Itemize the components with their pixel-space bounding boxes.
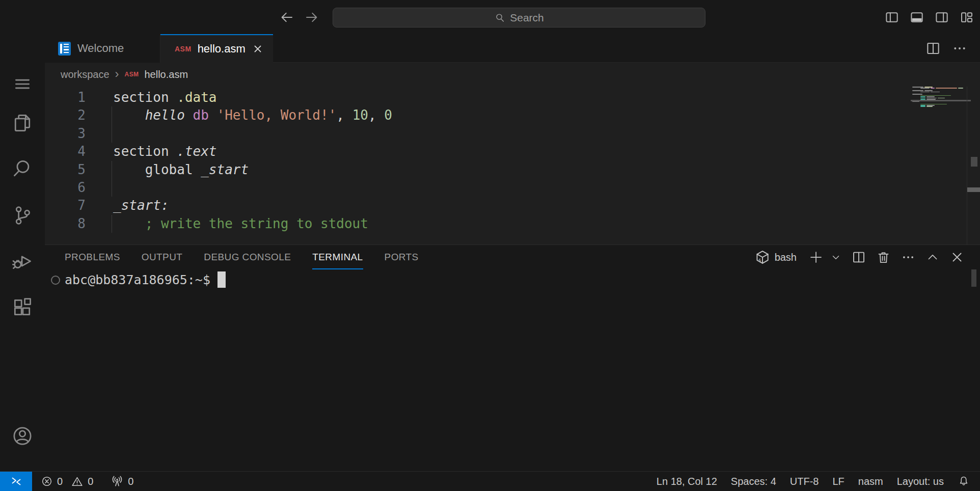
menu-icon[interactable] bbox=[11, 73, 34, 95]
indent-guide bbox=[112, 106, 112, 124]
keyboard-layout[interactable]: Layout: us bbox=[897, 476, 944, 487]
overview-ruler-cursor-marker bbox=[967, 187, 980, 192]
tab-label: Welcome bbox=[77, 42, 124, 55]
tab-debug-console[interactable]: DEBUG CONSOLE bbox=[204, 245, 291, 269]
terminal-prompt: abc@bb837a186965:~$ bbox=[65, 271, 210, 289]
indentation[interactable]: Spaces: 4 bbox=[731, 476, 776, 487]
tab-label: hello.asm bbox=[198, 42, 246, 56]
search-view-icon[interactable] bbox=[11, 157, 34, 180]
breadcrumb: workspace › ASM hello.asm bbox=[45, 63, 980, 86]
explorer-icon[interactable] bbox=[11, 112, 34, 134]
launch-profile-chevron-icon[interactable] bbox=[830, 252, 841, 263]
tab-problems[interactable]: PROBLEMS bbox=[65, 245, 120, 269]
command-center-search[interactable]: Search bbox=[333, 8, 705, 28]
source-control-icon[interactable] bbox=[11, 204, 34, 227]
panel-more-actions-icon[interactable] bbox=[901, 250, 916, 265]
tab-hello-asm[interactable]: ASM hello.asm bbox=[160, 34, 273, 63]
indent-guide bbox=[112, 215, 112, 233]
line-number: 5 bbox=[45, 161, 86, 179]
terminal-cursor bbox=[217, 271, 226, 288]
line-number: 4 bbox=[45, 143, 86, 160]
bottom-panel: PROBLEMS OUTPUT DEBUG CONSOLE TERMINAL P… bbox=[45, 244, 980, 471]
close-tab-icon[interactable] bbox=[252, 43, 264, 55]
terminal-shell-label: bash bbox=[775, 252, 797, 263]
more-actions-icon[interactable] bbox=[951, 40, 968, 57]
asm-file-icon: ASM bbox=[175, 45, 192, 53]
toggle-secondary-sidebar-icon[interactable] bbox=[934, 10, 949, 25]
split-terminal-icon[interactable] bbox=[851, 250, 866, 265]
search-icon bbox=[494, 12, 505, 23]
tab-welcome[interactable]: Welcome bbox=[45, 34, 160, 63]
code-line[interactable]: 6 bbox=[45, 179, 919, 197]
breadcrumb-file[interactable]: hello.asm bbox=[144, 69, 188, 80]
encoding[interactable]: UTF-8 bbox=[790, 476, 819, 487]
forward-arrow-icon[interactable] bbox=[303, 9, 320, 26]
code-line[interactable]: 4section .text bbox=[45, 143, 919, 160]
scrollbar-track-border bbox=[967, 87, 967, 244]
code-line[interactable]: 1section .data bbox=[45, 89, 919, 106]
close-panel-icon[interactable] bbox=[949, 250, 965, 265]
extensions-icon[interactable] bbox=[11, 296, 34, 318]
code-line[interactable]: 5 global _start bbox=[45, 161, 919, 179]
editor-group-actions bbox=[925, 34, 968, 63]
editor-tabs-bar: Welcome ASM hello.asm bbox=[45, 34, 980, 63]
breadcrumb-folder[interactable]: workspace bbox=[61, 69, 110, 80]
panel-tabs: PROBLEMS OUTPUT DEBUG CONSOLE TERMINAL P… bbox=[65, 245, 419, 269]
line-number: 2 bbox=[45, 106, 86, 124]
minimap[interactable] bbox=[912, 87, 970, 117]
line-number: 7 bbox=[45, 197, 86, 214]
remote-icon bbox=[10, 475, 22, 487]
remote-indicator[interactable] bbox=[0, 472, 32, 491]
toggle-primary-sidebar-icon[interactable] bbox=[884, 10, 900, 25]
error-count: 0 bbox=[57, 476, 63, 487]
minimap-slider[interactable] bbox=[911, 100, 971, 101]
code-line[interactable]: 2 hello db 'Hello, World!', 10, 0 bbox=[45, 106, 919, 124]
split-editor-icon[interactable] bbox=[925, 40, 941, 57]
problems-status[interactable]: 0 0 0 bbox=[41, 472, 133, 491]
asm-file-icon: ASM bbox=[125, 71, 139, 78]
code-line[interactable]: 8 ; write the string to stdout bbox=[45, 215, 919, 233]
line-number: 8 bbox=[45, 215, 86, 233]
customize-layout-icon[interactable] bbox=[959, 10, 974, 25]
warning-icon bbox=[71, 475, 84, 488]
tab-terminal[interactable]: TERMINAL bbox=[312, 245, 363, 269]
terminal-profile[interactable]: $ bash bbox=[755, 250, 797, 265]
editor-area[interactable]: workspace › ASM hello.asm 1section .data… bbox=[45, 63, 980, 244]
ports-radio-tower-icon bbox=[111, 475, 124, 488]
line-number: 6 bbox=[45, 179, 86, 197]
layout-controls bbox=[884, 0, 974, 34]
activity-bar bbox=[0, 34, 45, 471]
code-line[interactable]: 3 bbox=[45, 125, 919, 143]
warning-count: 0 bbox=[88, 476, 93, 487]
vscode-window: Search bbox=[0, 0, 980, 491]
ports-count: 0 bbox=[128, 476, 133, 487]
accounts-icon[interactable] bbox=[11, 425, 34, 447]
error-icon bbox=[41, 475, 53, 487]
notifications-bell-icon[interactable] bbox=[958, 475, 970, 487]
line-number: 1 bbox=[45, 89, 86, 106]
tab-output[interactable]: OUTPUT bbox=[142, 245, 183, 269]
status-bar: 0 0 0 Ln 18, Col 12 Spaces: 4 UTF-8 LF n… bbox=[0, 471, 980, 491]
title-bar: Search bbox=[0, 0, 980, 35]
code-lines[interactable]: 1section .data2 hello db 'Hello, World!'… bbox=[45, 89, 919, 233]
language-mode[interactable]: nasm bbox=[858, 476, 883, 487]
kill-terminal-trash-icon[interactable] bbox=[876, 250, 891, 265]
search-label: Search bbox=[510, 12, 544, 24]
run-and-debug-icon[interactable] bbox=[11, 250, 34, 272]
status-right: Ln 18, Col 12 Spaces: 4 UTF-8 LF nasm La… bbox=[657, 472, 970, 491]
maximize-panel-chevron-up-icon[interactable] bbox=[925, 250, 940, 264]
editor-scrollbar-slider[interactable] bbox=[971, 157, 977, 167]
toggle-panel-icon[interactable] bbox=[909, 10, 924, 25]
indent-guide bbox=[112, 161, 112, 179]
cursor-position[interactable]: Ln 18, Col 12 bbox=[657, 476, 717, 487]
terminal-scrollbar-slider[interactable] bbox=[971, 269, 976, 287]
indent-guide bbox=[112, 179, 112, 197]
svg-text:$: $ bbox=[758, 258, 761, 263]
code-line[interactable]: 7_start: bbox=[45, 197, 919, 214]
back-arrow-icon[interactable] bbox=[278, 9, 295, 26]
welcome-page-icon bbox=[58, 42, 71, 56]
terminal-command-decoration-icon[interactable] bbox=[51, 276, 60, 285]
eol-sequence[interactable]: LF bbox=[832, 476, 844, 487]
tab-ports[interactable]: PORTS bbox=[385, 245, 419, 269]
new-terminal-icon[interactable] bbox=[808, 250, 824, 265]
